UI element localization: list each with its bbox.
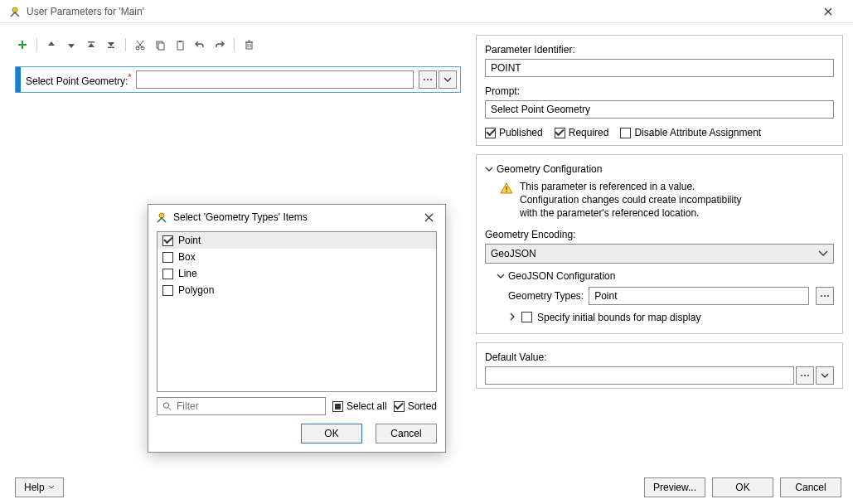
encoding-dropdown[interactable]: GeoJSON (485, 244, 834, 264)
section-header-geometry-config[interactable]: Geometry Configuration (485, 163, 834, 175)
dialog-close-button[interactable] (419, 207, 439, 227)
required-label: Required (569, 127, 609, 138)
geometry-types-browse-button[interactable] (816, 287, 834, 305)
svg-point-22 (163, 403, 168, 408)
check-icon (162, 285, 173, 296)
copy-button[interactable] (153, 37, 167, 52)
geometry-types-input[interactable] (589, 287, 809, 305)
encoding-label: Geometry Encoding: (485, 229, 834, 240)
move-down-button[interactable] (64, 37, 79, 52)
parameter-label: Select Point Geometry:* (26, 73, 133, 87)
main-cancel-button[interactable]: Cancel (780, 477, 841, 497)
svg-rect-14 (506, 191, 506, 191)
filter-input[interactable] (175, 400, 320, 413)
help-button[interactable]: Help (15, 477, 64, 497)
app-icon (8, 5, 22, 18)
section-header-geojson-config[interactable]: GeoJSON Configuration (497, 270, 834, 282)
prompt-label: Prompt: (485, 85, 834, 97)
filter-input-wrapper[interactable] (157, 397, 326, 415)
svg-rect-6 (158, 43, 164, 50)
toolbar-separator (125, 38, 126, 51)
window-title: User Parameters for 'Main' (27, 6, 812, 17)
main-ok-button[interactable]: OK (712, 477, 773, 497)
subsection-title: GeoJSON Configuration (508, 270, 615, 282)
list-item[interactable]: Polygon (158, 282, 436, 298)
disable-assignment-checkbox[interactable]: Disable Attribute Assignment (620, 127, 761, 138)
parameter-browse-button[interactable] (419, 70, 437, 89)
toolbar (15, 35, 461, 55)
check-icon (162, 269, 173, 279)
select-all-label: Select all (347, 400, 387, 412)
svg-point-11 (427, 79, 429, 80)
move-up-button[interactable] (44, 37, 59, 52)
list-item[interactable]: Box (158, 249, 436, 265)
svg-point-18 (801, 375, 802, 376)
move-to-top-button[interactable] (84, 37, 99, 52)
svg-rect-9 (246, 42, 252, 49)
parameter-value-field[interactable] (136, 70, 414, 89)
dialog-cancel-button[interactable]: Cancel (376, 424, 437, 443)
row-handle[interactable] (16, 67, 21, 92)
check-icon (521, 312, 532, 322)
chevron-down-icon (485, 163, 493, 175)
check-icon (394, 401, 405, 412)
move-to-bottom-button[interactable] (104, 37, 119, 52)
items-list[interactable]: Point Box Line Polygon (157, 231, 437, 392)
section-title: Geometry Configuration (497, 163, 602, 175)
prompt-input[interactable] (485, 100, 834, 119)
list-item[interactable]: Line (158, 265, 436, 282)
dialog-titlebar: Select 'Geometry Types' Items (148, 205, 445, 230)
encoding-value: GeoJSON (491, 248, 536, 259)
default-browse-button[interactable] (796, 366, 814, 385)
list-item-label: Line (178, 268, 197, 279)
toolbar-separator (36, 38, 37, 51)
dialog-ok-button[interactable]: OK (301, 424, 362, 443)
select-items-dialog: Select 'Geometry Types' Items Point Box … (148, 204, 446, 453)
parameter-dropdown-button[interactable] (439, 70, 457, 89)
redo-button[interactable] (212, 37, 227, 52)
app-icon (155, 211, 168, 224)
add-button[interactable] (15, 37, 30, 52)
list-item[interactable]: Point (158, 232, 436, 249)
cut-button[interactable] (133, 37, 148, 52)
delete-button[interactable] (241, 37, 256, 52)
chevron-down-icon (48, 485, 55, 490)
sorted-toggle[interactable]: Sorted (394, 400, 437, 412)
svg-rect-13 (506, 187, 506, 190)
identifier-label: Parameter Identifier: (485, 44, 834, 56)
published-checkbox[interactable]: Published (485, 127, 543, 138)
default-value-panel: Default Value: (476, 342, 843, 389)
chevron-down-icon (497, 270, 505, 282)
published-label: Published (499, 127, 543, 138)
check-icon (555, 128, 565, 138)
help-label: Help (24, 482, 45, 493)
default-dropdown-button[interactable] (816, 366, 834, 385)
square-icon (332, 401, 343, 412)
select-all-toggle[interactable]: Select all (332, 400, 387, 412)
svg-point-19 (804, 375, 806, 376)
list-item-label: Box (178, 251, 196, 263)
svg-rect-1 (88, 41, 95, 43)
undo-button[interactable] (192, 37, 207, 52)
required-checkbox[interactable]: Required (555, 127, 609, 138)
chevron-right-icon[interactable] (508, 312, 516, 323)
default-label: Default Value: (485, 351, 834, 363)
chevron-down-icon (818, 250, 828, 257)
default-value-input[interactable] (485, 366, 794, 385)
configuration-panel: Geometry Configuration This parameter is… (476, 154, 843, 334)
parameter-row[interactable]: Select Point Geometry:* (15, 66, 461, 93)
warning-line: with the parameter's referenced location… (520, 206, 742, 220)
list-item-label: Point (178, 235, 201, 246)
svg-point-10 (424, 79, 425, 80)
warning-line: Configuration changes could create incom… (520, 193, 742, 206)
properties-panel: Parameter Identifier: Prompt: Published … (476, 35, 843, 146)
warning-icon (500, 182, 513, 220)
identifier-input[interactable] (485, 59, 834, 77)
paste-button[interactable] (172, 37, 187, 52)
window-close-button[interactable] (812, 0, 845, 23)
specify-bounds-label: Specify initial bounds for map display (537, 312, 700, 323)
search-icon (162, 401, 172, 411)
list-item-label: Polygon (178, 284, 214, 296)
preview-button[interactable]: Preview... (644, 477, 705, 497)
specify-bounds-checkbox[interactable]: Specify initial bounds for map display (521, 312, 700, 323)
